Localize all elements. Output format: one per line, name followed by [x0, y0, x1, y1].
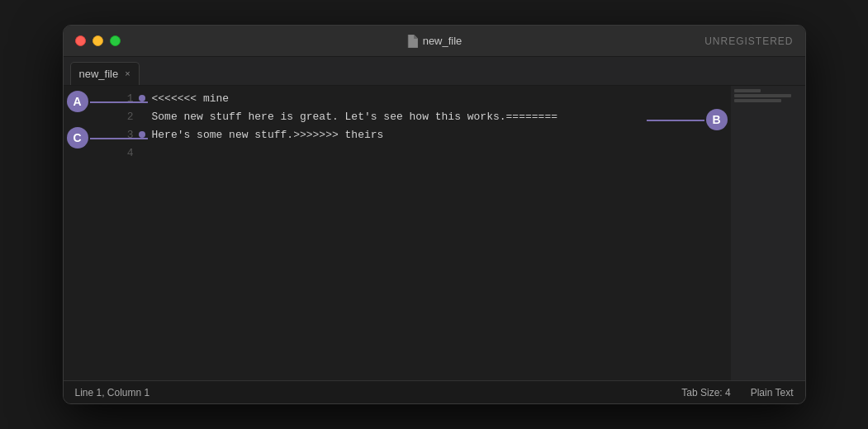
minimize-button[interactable] — [92, 35, 103, 46]
minimap-line-1 — [734, 89, 761, 92]
tab-size-indicator[interactable]: Tab Size: 4 — [681, 387, 730, 398]
tabbar: new_file × — [64, 57, 805, 86]
tab-label: new_file — [79, 68, 119, 80]
cursor-position: Line 1, Column 1 — [75, 387, 150, 398]
tab-close-button[interactable]: × — [125, 69, 130, 78]
minimap-content — [731, 86, 805, 107]
line-number-4: 4 — [105, 144, 142, 162]
titlebar-filename: new_file — [423, 35, 462, 47]
line-number-1: 1 — [105, 89, 142, 107]
titlebar-center: new_file — [406, 35, 462, 48]
line-number-3: 3 — [105, 125, 142, 144]
line-number-gutter: 1 2 3 4 — [105, 86, 142, 380]
code-line-1: <<<<<<< mine — [152, 89, 690, 107]
syntax-mode[interactable]: Plain Text — [751, 387, 794, 398]
close-button[interactable] — [75, 35, 86, 46]
line-dot-1 — [139, 95, 145, 101]
minimap-line-3 — [734, 99, 781, 102]
annotation-a: A — [67, 91, 88, 112]
minimap — [731, 86, 805, 380]
annotation-c: C — [67, 127, 88, 148]
tab-new-file[interactable]: new_file × — [70, 62, 140, 85]
code-line-2: Some new stuff here is great. Let's see … — [152, 107, 690, 125]
status-right: Tab Size: 4 Plain Text — [681, 387, 793, 398]
annotation-b: B — [706, 109, 728, 130]
editor-window: new_file UNREGISTERED new_file × A B C — [63, 25, 806, 404]
maximize-button[interactable] — [110, 35, 121, 46]
code-editor[interactable]: <<<<<<< mine Some new stuff here is grea… — [142, 86, 690, 380]
titlebar: new_file UNREGISTERED — [64, 26, 805, 57]
code-line-3: Here's some new stuff.>>>>>>> theirs — [152, 125, 690, 144]
statusbar: Line 1, Column 1 Tab Size: 4 Plain Text — [64, 380, 805, 403]
code-line-4 — [152, 144, 690, 162]
line-dot-3 — [139, 131, 145, 138]
minimap-line-2 — [734, 94, 792, 97]
editor-container: A B C 1 2 3 — [64, 86, 805, 380]
window-controls — [75, 35, 121, 46]
unregistered-label: UNREGISTERED — [704, 35, 793, 47]
file-icon — [406, 35, 418, 48]
line-number-2: 2 — [105, 107, 142, 125]
